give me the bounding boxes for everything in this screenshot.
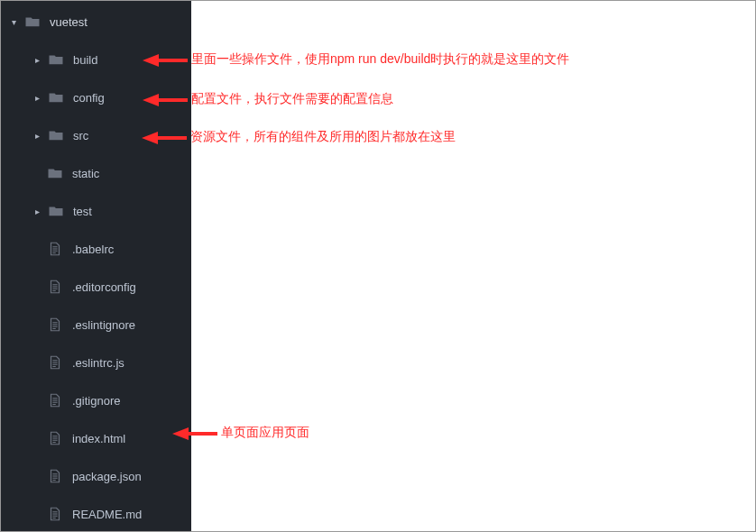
file-icon	[47, 241, 63, 257]
tree-item-static[interactable]: static	[1, 154, 191, 192]
tree-item-src[interactable]: src	[1, 116, 191, 154]
file-tree-sidebar: vuetest build config src static test .ba…	[1, 1, 191, 531]
folder-icon	[48, 89, 64, 105]
annotation-text: 配置文件，执行文件需要的配置信息	[191, 91, 393, 107]
tree-item-label: index.html	[72, 432, 125, 445]
folder-icon	[48, 203, 64, 219]
tree-item-label: .babelrc	[72, 243, 114, 256]
annotation-text: 里面一些操作文件，使用npm run dev/build时执行的就是这里的文件	[191, 51, 569, 68]
tree-item-label: .eslintrc.js	[72, 356, 124, 370]
tree-item-label: README.md	[72, 508, 142, 521]
chevron-right-icon	[35, 206, 44, 216]
file-icon	[47, 468, 63, 484]
tree-item-gitignore[interactable]: .gitignore	[1, 381, 191, 419]
tree-item-label: .editorconfig	[72, 280, 136, 294]
tree-item-test[interactable]: test	[1, 192, 191, 230]
chevron-right-icon	[35, 131, 44, 141]
tree-item-label: .eslintignore	[72, 318, 135, 332]
tree-item-label: build	[73, 53, 97, 67]
tree-item-config[interactable]: config	[1, 78, 191, 116]
tree-item-label: package.json	[72, 470, 142, 483]
file-icon	[47, 354, 63, 371]
annotation-build: 里面一些操作文件，使用npm run dev/build时执行的就是这里的文件	[143, 51, 569, 68]
tree-item-build[interactable]: build	[1, 41, 191, 78]
tree-item-readme[interactable]: README.md	[1, 495, 191, 532]
tree-item-eslintignore[interactable]: .eslintignore	[1, 306, 191, 344]
tree-item-babelrc[interactable]: .babelrc	[1, 230, 191, 268]
tree-item-label: static	[72, 167, 99, 180]
annotation-text: 资源文件，所有的组件及所用的图片都放在这里	[190, 129, 456, 145]
chevron-right-icon	[35, 93, 44, 103]
file-icon	[47, 279, 63, 295]
chevron-right-icon	[35, 55, 44, 65]
folder-icon	[48, 127, 64, 143]
tree-item-label: config	[73, 91, 105, 105]
tree-item-index-html[interactable]: index.html	[1, 419, 191, 457]
folder-icon	[24, 14, 41, 30]
tree-root[interactable]: vuetest	[1, 3, 191, 41]
tree-root-label: vuetest	[50, 15, 88, 29]
file-icon	[47, 506, 63, 522]
chevron-down-icon	[12, 17, 21, 27]
folder-icon	[47, 165, 63, 181]
file-icon	[47, 392, 63, 408]
tree-item-label: test	[73, 205, 92, 218]
annotation-text: 单页面应用页面	[221, 425, 309, 441]
tree-item-label: src	[73, 129, 88, 142]
file-icon	[47, 430, 63, 446]
tree-item-package-json[interactable]: package.json	[1, 457, 191, 495]
file-icon	[47, 316, 63, 333]
tree-item-editorconfig[interactable]: .editorconfig	[1, 268, 191, 306]
annotation-index: 单页面应用页面	[172, 425, 309, 441]
tree-item-eslintrc[interactable]: .eslintrc.js	[1, 344, 191, 381]
folder-icon	[48, 51, 64, 68]
tree-item-label: .gitignore	[72, 394, 120, 408]
